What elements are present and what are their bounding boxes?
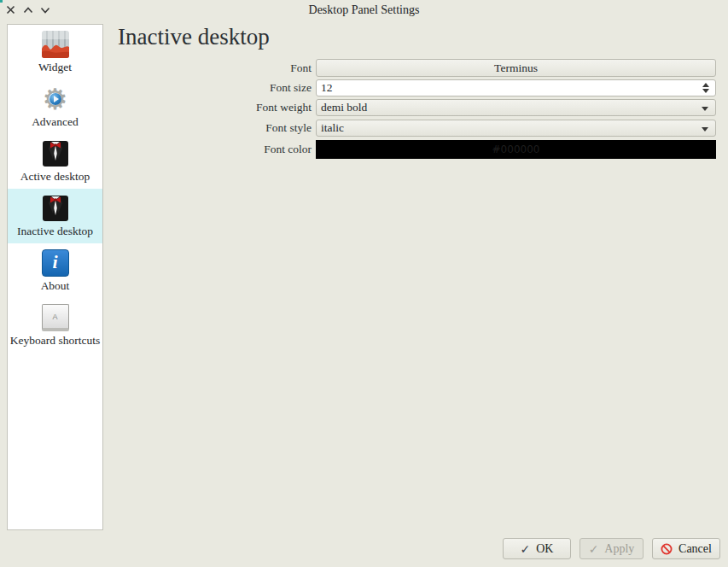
prohibition-icon [661,543,673,555]
font-size-input[interactable] [317,80,696,96]
dialog-footer: ✓ OK ✓ Apply Cancel [0,538,720,559]
desktop-panel-settings-window: Desktop Panel Settings Widget ⚙ Advanced [0,0,728,567]
check-icon: ✓ [521,542,531,556]
page-title: Inactive desktop [118,24,270,50]
gear-icon: ⚙ [42,85,69,113]
sidebar-item-inactive-desktop[interactable]: Inactive desktop [8,189,102,243]
sidebar-item-widget[interactable]: Widget [8,25,102,79]
sidebar-item-label: Widget [38,61,72,74]
sidebar-item-label: Keyboard shortcuts [10,334,100,348]
info-icon: i [42,249,69,277]
check-icon: ✓ [589,542,599,556]
font-color-swatch-button[interactable]: #000000 [316,140,716,159]
cancel-button[interactable]: Cancel [652,538,720,559]
font-label: Font [118,61,316,75]
sidebar-item-label: About [41,279,70,293]
sidebar-item-about[interactable]: i About [8,243,102,298]
font-weight-row: Font weight demi bold [118,99,720,116]
keyboard-key-icon: A [42,304,69,331]
sidebar-item-active-desktop[interactable]: Active desktop [8,134,102,189]
apply-button[interactable]: ✓ Apply [579,538,644,559]
sidebar-item-label: Active desktop [20,170,90,184]
settings-form: Font Terminus Font size Font weight [118,59,720,161]
font-style-select[interactable]: italic [316,120,716,137]
spin-down-icon[interactable] [702,89,709,93]
window-title: Desktop Panel Settings [0,3,728,17]
font-weight-label: Font weight [118,101,316,114]
spin-up-icon[interactable] [702,83,709,87]
sidebar-item-keyboard-shortcuts[interactable]: A Keyboard shortcuts [8,298,102,353]
font-color-row: Font color #000000 [118,140,720,159]
font-size-label: Font size [118,81,316,95]
chevron-down-icon [702,127,708,132]
font-color-value: #000000 [492,143,540,155]
font-weight-value: demi bold [321,101,367,114]
font-weight-select[interactable]: demi bold [316,99,716,116]
font-style-row: Font style italic [118,120,720,137]
font-row: Font Terminus [118,59,720,77]
sidebar-item-label: Inactive desktop [17,225,93,238]
font-size-stepper[interactable] [696,80,715,96]
titlebar: Desktop Panel Settings [0,0,728,20]
tuxedo-icon [42,195,69,222]
font-size-row: Font size [118,79,720,96]
ok-button[interactable]: ✓ OK [503,538,571,559]
font-size-spinbox [316,79,716,96]
tuxedo-icon [42,140,69,167]
font-style-value: italic [321,121,344,135]
sidebar-item-label: Advanced [32,115,79,129]
sidebar: Widget ⚙ Advanced Active d [7,24,103,530]
font-color-label: Font color [118,143,316,156]
widget-chart-icon [42,31,69,58]
font-picker-button[interactable]: Terminus [316,59,716,77]
font-style-label: Font style [118,121,316,135]
sidebar-item-advanced[interactable]: ⚙ Advanced [8,79,102,134]
chevron-down-icon [702,107,708,111]
